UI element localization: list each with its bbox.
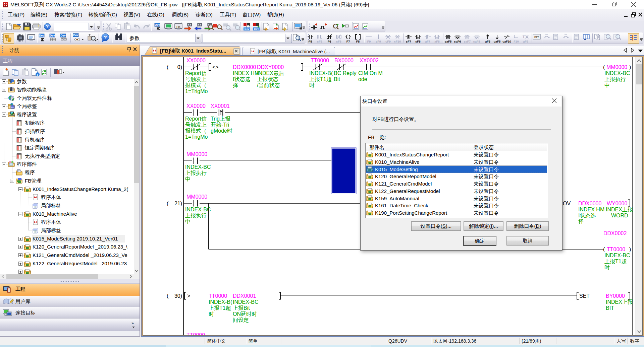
svg-text:(: ( [603,64,605,70]
svg-text:>: > [187,293,190,299]
svg-text:): ) [629,64,631,70]
svg-text:BC Reply: BC Reply [334,70,357,76]
svg-text:SET: SET [579,293,590,299]
svg-text:OV: OV [563,201,571,206]
svg-text:INDEX-BC: INDEX-BC [185,207,211,212]
svg-text:TT0000: TT0000 [209,293,227,299]
svg-text:INDEX上报: INDEX上报 [606,207,633,212]
svg-text:中: 中 [185,176,191,182]
svg-text:WORD: WORD [611,213,628,218]
svg-text:INDEX-BC: INDEX-BC [233,299,258,305]
svg-text:上报T1超: 上报T1超 [604,259,627,264]
svg-text:INDEX-B(: INDEX-B( [209,299,232,305]
svg-text:ode: ode [358,76,367,82]
svg-text:报模式（: 报模式（ [185,128,207,134]
svg-text:1=TrigMo: 1=TrigMo [185,88,208,94]
svg-text:21): 21) [174,201,182,206]
svg-text:XX0002: XX0002 [360,58,379,63]
svg-text:间设定: 间设定 [233,317,249,323]
svg-text:30): 30) [174,293,182,299]
svg-text:<>: <> [212,64,219,70]
svg-text:DDXY0000: DDXY0000 [257,64,284,70]
svg-text:上报执行: 上报执行 [185,213,207,218]
svg-text:DDX0001: DDX0001 [233,293,256,299]
svg-text:TT0000: TT0000 [311,58,329,63]
svg-text:Report信: Report信 [185,70,207,76]
svg-text:/当前状态: /当前状态 [257,82,280,88]
svg-text:时: 时 [209,311,214,317]
svg-text:BIT: BIT [606,305,614,311]
svg-text:上报T1超: 上报T1超 [209,305,231,311]
svg-text:MM0000: MM0000 [606,64,627,70]
svg-text:Report信: Report信 [185,116,207,122]
svg-text:MM0000: MM0000 [186,194,207,200]
svg-text:INDEX上报: INDEX上报 [606,299,633,305]
svg-text:DDX0000: DDX0000 [233,64,256,70]
svg-text:WY0000: WY0000 [607,201,627,206]
svg-text:0): 0) [177,64,182,70]
svg-text:BX0000: BX0000 [334,58,354,63]
svg-text:CIM On M: CIM On M [358,70,383,76]
svg-text:DDX0000: DDX0000 [578,201,601,206]
svg-text:XX0001: XX0001 [211,103,230,109]
svg-text:号触发上: 号触发上 [185,76,207,82]
svg-text:1=TrigMo: 1=TrigMo [185,134,208,140]
svg-text:TT0000: TT0000 [186,332,205,335]
svg-text:上报状态: 上报状态 [257,76,278,82]
svg-text:»: » [131,321,134,326]
svg-text:报模式（: 报模式（ [185,82,207,88]
svg-text:): ) [629,247,631,252]
svg-text:(: ( [167,64,169,70]
svg-text:(: ( [167,201,169,206]
svg-text:gMode时: gMode时 [211,128,232,134]
svg-text:BY0000: BY0000 [606,293,625,299]
svg-text:INDEX-BC: INDEX-BC [185,164,211,170]
svg-text:INDEX-BC: INDEX-BC [604,253,630,258]
svg-text:上报执行: 上报执行 [185,170,207,176]
svg-text:开始-Tri: 开始-Tri [211,122,229,128]
svg-text:中: 中 [604,82,610,88]
svg-text:择: 择 [578,219,584,224]
svg-text:I状态选: I状态选 [578,213,596,218]
svg-text:ON延时时: ON延时时 [233,311,257,317]
svg-text:INDEX HM: INDEX HM [578,207,604,212]
svg-text:择: 择 [232,82,238,88]
svg-text:DDX0002: DDX0002 [603,230,627,236]
svg-text:XX0000: XX0000 [186,58,206,63]
svg-text:时: 时 [604,265,610,270]
svg-text:I状态选: I状态选 [233,76,250,82]
svg-text:INDEX最后: INDEX最后 [257,70,284,76]
svg-text:上报Bit: 上报Bit [233,305,250,311]
svg-text:号触发上: 号触发上 [185,122,207,128]
svg-text:TT0000: TT0000 [607,247,625,252]
svg-text:INDEX HM: INDEX HM [233,70,259,76]
svg-text:INDEX-BC: INDEX-BC [604,70,630,76]
svg-text:INDEX-B(: INDEX-B( [309,70,333,76]
svg-text:XX0000: XX0000 [186,103,206,109]
svg-text:中: 中 [185,219,191,224]
svg-text:(: ( [603,247,605,252]
svg-text:上报T1超: 上报T1超 [309,76,332,82]
svg-text:(: ( [167,293,169,299]
svg-text:MM0000: MM0000 [186,151,207,157]
svg-text:时: 时 [309,82,315,88]
svg-text:Trig上报: Trig上报 [211,116,230,122]
svg-text:上报执行: 上报执行 [604,76,626,82]
svg-text:Bit: Bit [334,76,340,82]
